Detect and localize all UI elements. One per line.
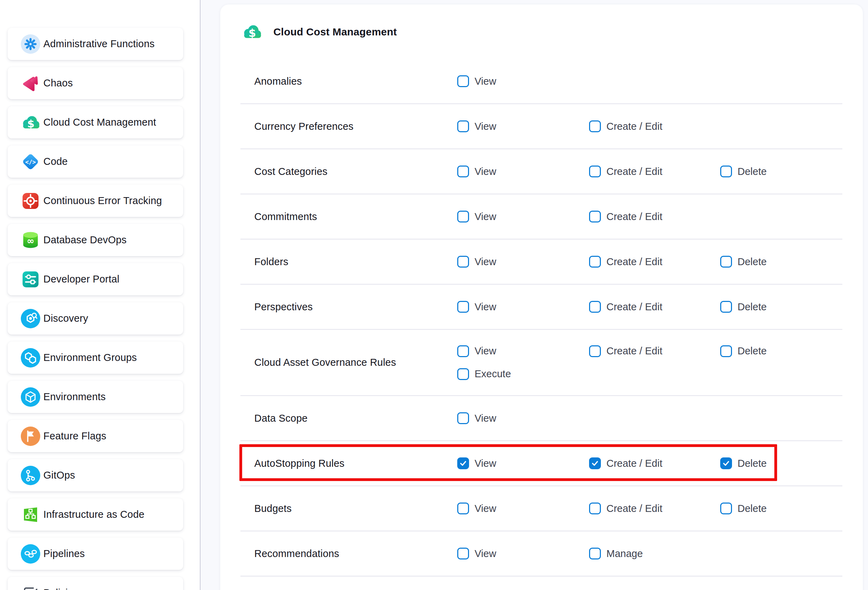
- checkbox[interactable]: [457, 345, 469, 357]
- permission-row: Perspectives View Create / Edit Delete: [241, 285, 842, 330]
- sidebar-item-label: Cloud Cost Management: [43, 117, 156, 128]
- permission-checkbox-group[interactable]: View: [457, 256, 496, 268]
- permission-checkbox-group[interactable]: Delete: [720, 166, 767, 177]
- permission-label: View: [475, 211, 496, 222]
- permission-label: Create / Edit: [607, 458, 662, 469]
- checkbox[interactable]: [589, 256, 601, 268]
- checkbox[interactable]: [457, 75, 469, 87]
- checkbox[interactable]: [457, 120, 469, 132]
- sidebar-item-chaos[interactable]: Chaos: [7, 67, 183, 99]
- permission-checkbox-group[interactable]: Delete: [720, 256, 767, 268]
- checkbox[interactable]: [720, 503, 732, 515]
- permission-checkbox-group[interactable]: Delete: [720, 503, 767, 515]
- permission-checkbox-group[interactable]: View: [457, 412, 496, 424]
- permission-label: Delete: [738, 503, 767, 515]
- checkbox[interactable]: [720, 166, 732, 177]
- checkbox[interactable]: [457, 256, 469, 268]
- checkbox[interactable]: [457, 457, 469, 469]
- environment-groups-icon: [21, 348, 40, 368]
- permission-row: Anomalies View: [241, 59, 842, 104]
- svg-text:$: $: [27, 117, 35, 129]
- checkbox[interactable]: [589, 166, 601, 177]
- sidebar-item-policies[interactable]: Policies: [7, 577, 183, 590]
- sidebar-item-gear[interactable]: Administrative Functions: [7, 28, 183, 60]
- sidebar-item-iac[interactable]: Infrastructure as Code: [7, 498, 183, 531]
- sidebar-item-gitops[interactable]: GitOps: [7, 459, 183, 491]
- checkbox[interactable]: [589, 120, 601, 132]
- permission-checkbox-group[interactable]: View: [457, 120, 496, 132]
- permission-checkbox-group[interactable]: Create / Edit: [589, 256, 662, 268]
- checkbox[interactable]: [589, 345, 601, 357]
- feature-flags-icon: [21, 427, 40, 446]
- gitops-icon: [21, 466, 40, 485]
- permission-row: Cloud Asset Governance Rules View Create…: [241, 330, 842, 396]
- code-icon: </>: [21, 152, 40, 172]
- permission-checkbox-group[interactable]: Manage: [589, 548, 643, 559]
- permission-checkbox-group[interactable]: Delete: [720, 345, 767, 357]
- permission-checkbox-group[interactable]: Execute: [457, 368, 511, 380]
- sidebar-item-label: Chaos: [43, 77, 73, 89]
- sidebar-item-developer-portal[interactable]: Developer Portal: [7, 263, 183, 295]
- checkbox[interactable]: [457, 503, 469, 515]
- permission-checkbox-group[interactable]: Create / Edit: [589, 166, 662, 177]
- permission-label: View: [475, 458, 496, 469]
- permission-label: View: [475, 345, 496, 357]
- permission-checkbox-group[interactable]: View: [457, 166, 496, 177]
- permission-checkbox-group[interactable]: Create / Edit: [589, 457, 662, 469]
- checkbox[interactable]: [589, 301, 601, 313]
- permission-row-label: Cost Categories: [254, 149, 328, 194]
- permission-checkbox-group[interactable]: Create / Edit: [589, 211, 662, 222]
- permission-checkbox-group[interactable]: View: [457, 75, 496, 87]
- permission-checkbox-group[interactable]: View: [457, 301, 496, 313]
- sidebar-item-code[interactable]: </> Code: [7, 145, 183, 178]
- sidebar-item-label: Discovery: [43, 313, 88, 324]
- permission-label: Delete: [738, 166, 767, 177]
- permission-checkbox-group[interactable]: View: [457, 457, 496, 469]
- checkbox[interactable]: [589, 548, 601, 559]
- checkbox[interactable]: [457, 368, 469, 380]
- permission-rows: Anomalies View Currency Preferences View…: [220, 59, 863, 577]
- checkbox[interactable]: [589, 503, 601, 515]
- sidebar-item-discovery[interactable]: Discovery: [7, 302, 183, 334]
- sidebar-item-database-devops[interactable]: ∞ Database DevOps: [7, 224, 183, 256]
- policies-icon: [21, 583, 40, 590]
- sidebar-item-environments[interactable]: Environments: [7, 381, 183, 413]
- checkbox[interactable]: [457, 412, 469, 424]
- permission-checkbox-group[interactable]: Delete: [720, 301, 767, 313]
- checkbox[interactable]: [720, 301, 732, 313]
- permission-checkbox-group[interactable]: View: [457, 548, 496, 559]
- sidebar-item-label: Continuous Error Tracking: [43, 195, 162, 207]
- permission-row-label: Anomalies: [254, 59, 302, 104]
- checkbox[interactable]: [589, 211, 601, 222]
- permission-label: Delete: [738, 345, 767, 357]
- permission-checkbox-group[interactable]: View: [457, 211, 496, 222]
- permission-label: View: [475, 75, 496, 87]
- permission-checkbox-group[interactable]: Create / Edit: [589, 120, 662, 132]
- sidebar-item-error-tracking[interactable]: Continuous Error Tracking: [7, 185, 183, 217]
- permission-label: View: [475, 166, 496, 177]
- sidebar-item-pipelines[interactable]: Pipelines: [7, 538, 183, 570]
- permission-row: Commitments View Create / Edit: [241, 194, 842, 240]
- permissions-panel: $ Cloud Cost Management Anomalies View C…: [220, 4, 863, 590]
- sidebar-item-environment-groups[interactable]: Environment Groups: [7, 342, 183, 374]
- permission-checkbox-group[interactable]: Create / Edit: [589, 345, 662, 357]
- checkbox[interactable]: [457, 301, 469, 313]
- checkbox[interactable]: [457, 548, 469, 559]
- checkbox[interactable]: [720, 345, 732, 357]
- checkbox[interactable]: [720, 256, 732, 268]
- checkbox[interactable]: [720, 457, 732, 469]
- permission-row: AutoStopping Rules View Create / Edit De…: [241, 441, 842, 486]
- sidebar-item-label: GitOps: [43, 470, 75, 481]
- permission-checkbox-group[interactable]: Delete: [720, 457, 767, 469]
- permission-checkbox-group[interactable]: View: [457, 503, 496, 515]
- sidebar-item-cloud-cost[interactable]: $ Cloud Cost Management: [7, 106, 183, 139]
- permission-label: Create / Edit: [607, 121, 662, 132]
- checkbox[interactable]: [457, 211, 469, 222]
- permission-checkbox-group[interactable]: Create / Edit: [589, 503, 662, 515]
- checkbox[interactable]: [589, 457, 601, 469]
- sidebar-item-feature-flags[interactable]: Feature Flags: [7, 420, 183, 452]
- permission-label: Create / Edit: [607, 166, 662, 177]
- checkbox[interactable]: [457, 166, 469, 177]
- permission-checkbox-group[interactable]: View: [457, 345, 496, 357]
- permission-checkbox-group[interactable]: Create / Edit: [589, 301, 662, 313]
